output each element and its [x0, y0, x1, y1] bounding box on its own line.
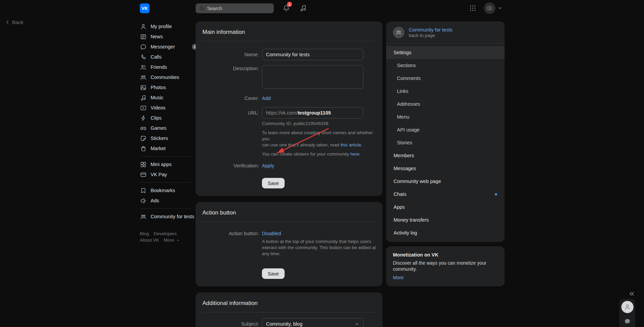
sidebar-item-label: Messenger: [151, 44, 175, 49]
sidebar-item-mini-apps[interactable]: Mini apps: [140, 159, 198, 169]
settings-menu-item-members[interactable]: Members: [386, 149, 505, 162]
footer-link-developers[interactable]: Developers: [154, 231, 177, 236]
menu-item-label: Sections: [397, 63, 416, 68]
profile-avatar-button[interactable]: [484, 2, 495, 14]
settings-menu-card: Community for tests back to page Setting…: [386, 21, 505, 242]
sidebar-item-clips[interactable]: Clips: [140, 113, 198, 123]
url-value: testgroup1105: [297, 110, 331, 116]
profile-icon: [140, 23, 147, 30]
top-bar: VK 1: [0, 0, 644, 16]
help-text: You can create stickers for your communi…: [262, 151, 350, 157]
sidebar-item-friends[interactable]: Friends: [140, 62, 198, 72]
sidebar-item-market[interactable]: Market: [140, 143, 198, 154]
settings-menu-item-apps[interactable]: Apps: [386, 201, 505, 213]
settings-menu-item-sections[interactable]: Sections: [386, 59, 505, 72]
verification-label: Verification:: [202, 162, 262, 169]
sidebar-item-bookmarks[interactable]: Bookmarks: [140, 185, 198, 196]
search-bar[interactable]: [196, 3, 274, 13]
camera-avatar-icon: [486, 5, 493, 12]
settings-menu-item-activity-log[interactable]: Activity log: [386, 226, 505, 239]
community-avatar[interactable]: [393, 27, 404, 38]
double-chevron-left-icon[interactable]: [628, 290, 636, 298]
sidebar-item-games[interactable]: Games: [140, 123, 198, 133]
sidebar-item-label: News: [151, 34, 163, 39]
left-sidebar: My profile News Messenger 2 Calls Friend…: [140, 21, 198, 243]
sidebar-item-label: Mini apps: [151, 162, 172, 167]
community-name-link[interactable]: Community for tests: [409, 27, 452, 33]
sidebar-item-label: Games: [151, 125, 166, 131]
footer-link-about-vk[interactable]: About VK: [140, 238, 159, 243]
card-title: Additional information: [202, 300, 376, 307]
save-button[interactable]: Save: [262, 268, 285, 279]
clips-icon: [140, 115, 147, 122]
footer-link-blog[interactable]: Blog: [140, 231, 149, 236]
url-prefix: https://vk.com/: [266, 110, 297, 116]
menu-item-label: Links: [397, 88, 408, 94]
sidebar-item-stickers[interactable]: Stickers: [140, 133, 198, 143]
footer-link-more[interactable]: More: [164, 238, 174, 243]
stickers-here-link[interactable]: here: [350, 151, 359, 157]
back-to-page-label[interactable]: back to page: [409, 33, 452, 38]
menu-item-label: Settings: [394, 50, 411, 55]
menu-item-label: Menu: [397, 114, 409, 120]
back-label: Back: [12, 19, 23, 25]
card-title: Action button: [202, 209, 376, 216]
action-button-disabled-link[interactable]: Disabled: [262, 231, 281, 236]
settings-menu-item-addresses[interactable]: Addresses: [386, 98, 505, 110]
chat-bubble-icon[interactable]: [624, 318, 631, 325]
monetization-more-link[interactable]: More: [393, 275, 498, 280]
url-label: URL:: [202, 109, 262, 116]
sidebar-item-vk-pay[interactable]: VK Pay: [140, 169, 198, 180]
search-input[interactable]: [207, 6, 270, 11]
dock-user-avatar[interactable]: [621, 301, 634, 313]
music-note-icon[interactable]: [299, 4, 307, 12]
settings-menu-item-money-transfers[interactable]: Money transfers: [386, 213, 505, 226]
description-textarea[interactable]: [262, 65, 363, 89]
sidebar-item-community-for-tests[interactable]: Community for tests: [140, 211, 198, 222]
nav-divider: [140, 156, 191, 157]
sidebar-item-my-profile[interactable]: My profile: [140, 21, 198, 32]
settings-menu: Settings Sections Comments Links Address…: [386, 44, 505, 242]
save-button[interactable]: Save: [262, 178, 285, 188]
settings-menu-item-links[interactable]: Links: [386, 85, 505, 98]
back-button[interactable]: Back: [5, 19, 23, 25]
vk-logo[interactable]: VK: [140, 3, 150, 13]
photos-icon: [140, 84, 147, 91]
sidebar-item-photos[interactable]: Photos: [140, 82, 198, 93]
sidebar-item-messenger[interactable]: Messenger 2: [140, 42, 198, 52]
sidebar-item-news[interactable]: News: [140, 32, 198, 42]
settings-menu-item-api-usage[interactable]: API usage: [386, 123, 505, 136]
notification-badge: 1: [287, 2, 292, 7]
subject-select-value: Community, blog: [266, 321, 303, 327]
cover-add-link[interactable]: Add: [262, 96, 271, 101]
settings-menu-item-chats[interactable]: Chats: [386, 188, 505, 201]
settings-menu-item-menu[interactable]: Menu: [386, 110, 505, 123]
settings-menu-item-stories[interactable]: Stories: [386, 136, 505, 149]
sidebar-item-ads[interactable]: Ads: [140, 196, 198, 206]
settings-menu-item-settings[interactable]: Settings: [386, 46, 505, 59]
subject-select[interactable]: Community, blog: [262, 318, 363, 327]
settings-menu-item-community-web-page[interactable]: Community web page: [386, 175, 505, 188]
sidebar-footer: Blog Developers About VK More: [140, 231, 198, 243]
chevron-down-icon[interactable]: [497, 6, 502, 11]
stickers-icon: [140, 135, 147, 142]
subject-label: Subject:: [202, 321, 262, 327]
name-input[interactable]: [262, 49, 363, 60]
settings-menu-item-messages[interactable]: Messages: [386, 162, 505, 175]
sidebar-item-label: Communities: [151, 75, 179, 80]
menu-item-label: Community web page: [394, 179, 441, 184]
sidebar-item-calls[interactable]: Calls: [140, 52, 198, 62]
sidebar-item-music[interactable]: Music: [140, 93, 198, 103]
sidebar-item-label: Clips: [151, 115, 161, 121]
bookmark-icon: [140, 187, 147, 194]
verification-apply-link[interactable]: Apply: [262, 163, 274, 168]
settings-menu-item-comments[interactable]: Comments: [386, 72, 505, 85]
url-input[interactable]: https://vk.com/testgroup1105: [262, 107, 363, 119]
sidebar-item-communities[interactable]: Communities: [140, 72, 198, 82]
mini-apps-icon: [140, 161, 147, 168]
friends-icon: [140, 64, 147, 71]
this-article-link[interactable]: this article: [340, 142, 361, 147]
sidebar-item-videos[interactable]: Videos: [140, 103, 198, 113]
monetization-text: Discover all the ways you can monetize y…: [393, 260, 498, 272]
apps-grid-icon[interactable]: [469, 4, 477, 12]
